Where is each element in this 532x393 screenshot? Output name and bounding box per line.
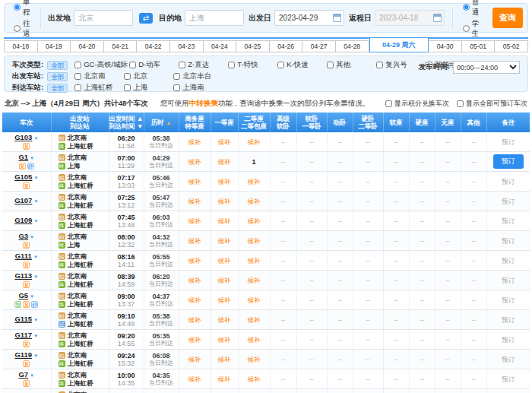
chevron-down-icon[interactable]: ▼ [30, 156, 34, 160]
train-number-link[interactable]: G107 [14, 196, 32, 204]
date-tab-04-20[interactable]: 04-20 [71, 40, 104, 52]
ticket-type-student[interactable]: 学生 [463, 19, 480, 39]
date-tab-04-19[interactable]: 04-19 [38, 40, 71, 52]
filter-option[interactable]: T-特快 [228, 60, 276, 70]
filter-option[interactable]: 北京丰台 [173, 71, 221, 81]
train-number-link[interactable]: G105 [14, 173, 32, 181]
depart-time-select[interactable]: 00:00—24:00 [453, 61, 520, 74]
date-tab-04-21[interactable]: 04-21 [104, 40, 138, 52]
filter-option[interactable]: K-快速 [277, 60, 325, 70]
train-number-link[interactable]: G7 [18, 370, 28, 379]
chevron-down-icon[interactable]: ▼ [33, 353, 38, 358]
chevron-down-icon[interactable]: ▼ [33, 318, 38, 322]
train-number-link[interactable]: G119 [14, 350, 32, 359]
date-tab-05-01[interactable]: 05-01 [462, 40, 496, 52]
chevron-down-icon[interactable]: ▼ [33, 274, 38, 279]
train-number-link[interactable]: G117 [14, 331, 32, 339]
filter-option[interactable]: 上海 [124, 83, 172, 93]
train-number-link[interactable]: G115 [14, 315, 32, 323]
col-header[interactable]: 出发时间 ▲到达时间 ▼ [109, 113, 144, 132]
filter-checkbox[interactable] [74, 62, 81, 68]
chevron-down-icon[interactable]: ▼ [33, 199, 38, 204]
from-station-name: 北京南 [68, 154, 87, 161]
filter-checkbox[interactable] [74, 84, 81, 91]
swap-stations-icon[interactable]: ⇄ [139, 13, 153, 24]
student-radio[interactable] [463, 25, 470, 32]
date-tab-04-24[interactable]: 04-24 [204, 40, 237, 52]
date-tab-04-22[interactable]: 04-22 [137, 40, 170, 52]
date-tab-04-27[interactable]: 04-27 [302, 40, 336, 52]
trip-type-oneway[interactable]: 单程 [14, 0, 30, 17]
seat-availability: – [309, 237, 313, 245]
filter-checkbox[interactable] [124, 84, 131, 91]
oneway-radio[interactable] [14, 4, 21, 11]
filter-option[interactable]: Z-直达 [179, 60, 226, 70]
seat-availability: – [445, 237, 449, 245]
date-tab-04-30[interactable]: 04-30 [429, 40, 462, 52]
sort-asc-icon[interactable]: ▲ [166, 120, 171, 125]
train-number-link[interactable]: G1 [18, 153, 28, 161]
filter-checkbox[interactable] [277, 62, 284, 68]
filter-checkbox[interactable] [327, 62, 334, 68]
calendar-icon[interactable] [333, 14, 341, 22]
filter-checkbox[interactable] [173, 73, 180, 80]
filter-option[interactable]: 复兴号 [376, 60, 424, 70]
filter-option[interactable]: GC-高铁/城际 [74, 60, 128, 70]
date-tab-04-26[interactable]: 04-26 [270, 40, 303, 52]
ticket-type-normal[interactable]: 普通 [463, 0, 480, 17]
normal-radio[interactable] [463, 4, 470, 11]
train-number-link[interactable]: G5 [18, 291, 28, 300]
query-button[interactable]: 查询 [492, 8, 523, 28]
filter-checkbox[interactable] [173, 84, 180, 91]
train-number-link[interactable]: G111 [15, 252, 32, 260]
chevron-down-icon[interactable]: ▼ [33, 136, 38, 141]
seat-cell: 候补 [238, 271, 270, 290]
train-number-link[interactable]: G113 [14, 271, 32, 280]
filter-all-badge[interactable]: 全部 [47, 61, 68, 70]
seat-cell: – [461, 211, 486, 231]
date-tab-04-29 周六[interactable]: 04-29 周六 [369, 37, 429, 52]
show-points-trains-option[interactable]: 显示积分兑换车次 [385, 99, 449, 109]
chevron-down-icon[interactable]: ▼ [33, 176, 38, 180]
filter-checkbox[interactable] [124, 73, 131, 80]
chevron-down-icon[interactable]: ▼ [30, 235, 34, 239]
filter-option[interactable]: 上海南 [173, 83, 221, 93]
from-input[interactable] [74, 10, 133, 26]
roundtrip-radio[interactable] [14, 25, 21, 32]
show-bookable-trains-checkbox[interactable] [457, 100, 464, 107]
chevron-down-icon[interactable]: ▼ [33, 334, 38, 338]
filter-option[interactable]: 其他 [327, 60, 375, 70]
filter-checkbox[interactable] [179, 62, 185, 68]
train-number-link[interactable]: G103 [14, 133, 32, 141]
show-bookable-trains-option[interactable]: 显示全部可预订车次 [457, 99, 527, 109]
filter-option[interactable]: D-动车 [129, 60, 177, 70]
chevron-down-icon[interactable]: ▼ [33, 255, 38, 259]
filter-checkbox[interactable] [74, 73, 81, 80]
date-tab-04-23[interactable]: 04-23 [170, 40, 204, 52]
filter-checkbox[interactable] [129, 62, 136, 68]
filter-option[interactable]: 北京南 [74, 71, 122, 81]
filter-all-badge[interactable]: 全部 [47, 72, 68, 81]
chevron-down-icon[interactable]: ▼ [33, 219, 38, 223]
col-header[interactable]: 历时 ▲ [144, 113, 179, 132]
transfer-link[interactable]: 中转换乘 [189, 99, 218, 107]
date-tab-04-25[interactable]: 04-25 [236, 40, 270, 52]
date-tab-04-28[interactable]: 04-28 [336, 40, 369, 52]
chevron-down-icon[interactable]: ▼ [30, 373, 34, 378]
filter-option[interactable]: 北京 [124, 71, 172, 81]
filter-checkbox[interactable] [228, 62, 235, 68]
filter-all-badge[interactable]: 全部 [47, 84, 68, 93]
show-points-trains-checkbox[interactable] [385, 100, 392, 107]
chevron-down-icon[interactable]: ▼ [30, 294, 34, 299]
trip-type-roundtrip[interactable]: 往返 [14, 19, 30, 39]
filter-option[interactable]: 上海虹桥 [74, 83, 122, 93]
filter-checkbox[interactable] [376, 62, 383, 68]
train-number-link[interactable]: G109 [14, 216, 32, 224]
to-input[interactable] [185, 10, 244, 26]
transfer-tip: 您可使用中转换乘功能，查询途中换乘一次的部分列车余票情况。 [160, 99, 370, 109]
book-button[interactable]: 预订 [493, 154, 524, 169]
train-number-link[interactable]: G3 [18, 232, 28, 240]
date-tab-05-02[interactable]: 05-02 [495, 40, 528, 52]
date-tab-04-18[interactable]: 04-18 [4, 40, 38, 52]
from-station-name: 北京南 [68, 371, 87, 379]
